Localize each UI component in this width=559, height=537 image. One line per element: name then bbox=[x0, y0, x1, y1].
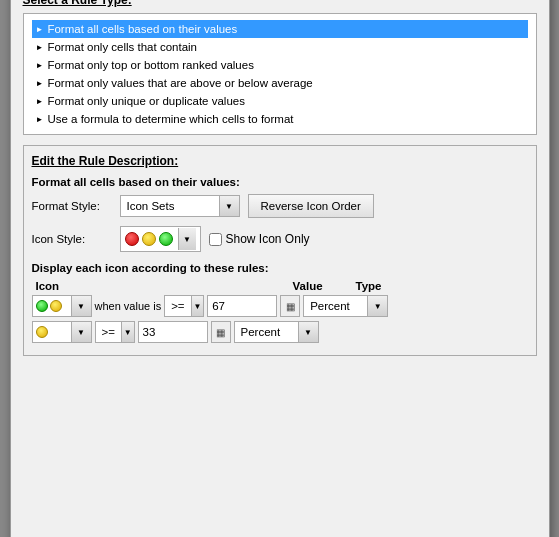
row1-icon bbox=[36, 326, 48, 338]
operator-0-arrow[interactable]: ▼ bbox=[191, 296, 204, 316]
rule-row-0: ▼ when value is >= ▼ ▦ Percent ▼ bbox=[32, 295, 528, 317]
picker-icon-0: ▦ bbox=[286, 301, 295, 312]
icon-dropdown-0-arrow[interactable]: ▼ bbox=[71, 296, 91, 316]
format-style-arrow-icon[interactable]: ▼ bbox=[219, 196, 239, 216]
picker-icon-1: ▦ bbox=[216, 327, 225, 338]
rule-item-4[interactable]: Format only unique or duplicate values bbox=[32, 92, 528, 110]
dialog-window: New Formatting Rule ? ✕ Select a Rule Ty… bbox=[10, 0, 550, 537]
format-style-row: Format Style: Icon Sets ▼ Reverse Icon O… bbox=[32, 194, 528, 218]
type-dropdown-1[interactable]: Percent ▼ bbox=[234, 321, 319, 343]
rule-type-label: Select a Rule Type: bbox=[23, 0, 537, 7]
value-col-header: Value bbox=[273, 280, 353, 292]
rule-row-1: ▼ >= ▼ ▦ Percent ▼ bbox=[32, 321, 528, 343]
format-description: Format all cells based on their values: bbox=[32, 176, 528, 188]
condition-text-0: when value is bbox=[95, 300, 162, 312]
icon-cell-1 bbox=[33, 326, 71, 338]
show-icon-only-label: Show Icon Only bbox=[226, 232, 310, 246]
edit-section-label: Edit the Rule Description: bbox=[32, 154, 528, 168]
icon-style-preview[interactable]: ▼ bbox=[120, 226, 201, 252]
value-input-0[interactable] bbox=[207, 295, 277, 317]
icon-cell-0 bbox=[33, 300, 71, 312]
operator-dropdown-1[interactable]: >= ▼ bbox=[95, 321, 135, 343]
type-0-arrow[interactable]: ▼ bbox=[367, 296, 387, 316]
yellow-circle-icon bbox=[142, 232, 156, 246]
icon-style-label: Icon Style: bbox=[32, 233, 112, 245]
icon-dropdown-1-arrow[interactable]: ▼ bbox=[71, 322, 91, 342]
type-col-header: Type bbox=[356, 280, 441, 292]
rule-item-0[interactable]: Format all cells based on their values bbox=[32, 20, 528, 38]
icon-col-header: Icon bbox=[36, 280, 172, 292]
type-1: Percent bbox=[235, 326, 298, 338]
value-picker-0[interactable]: ▦ bbox=[280, 295, 300, 317]
operator-0: >= bbox=[165, 300, 190, 312]
edit-section: Edit the Rule Description: Format all ce… bbox=[23, 145, 537, 356]
rule-item-3[interactable]: Format only values that are above or bel… bbox=[32, 74, 528, 92]
format-style-label: Format Style: bbox=[32, 200, 112, 212]
dialog-body: Select a Rule Type: Format all cells bas… bbox=[11, 0, 549, 366]
type-1-arrow[interactable]: ▼ bbox=[298, 322, 318, 342]
icon-dropdown-1[interactable]: ▼ bbox=[32, 321, 92, 343]
rule-item-2[interactable]: Format only top or bottom ranked values bbox=[32, 56, 528, 74]
show-icon-only-row: Show Icon Only bbox=[209, 232, 310, 246]
icon-style-arrow-icon[interactable]: ▼ bbox=[178, 228, 196, 250]
reverse-icon-order-button[interactable]: Reverse Icon Order bbox=[248, 194, 374, 218]
format-style-value: Icon Sets bbox=[121, 200, 219, 212]
operator-dropdown-0[interactable]: >= ▼ bbox=[164, 295, 204, 317]
rule-item-5[interactable]: Use a formula to determine which cells t… bbox=[32, 110, 528, 128]
format-style-dropdown[interactable]: Icon Sets ▼ bbox=[120, 195, 240, 217]
operator-1: >= bbox=[96, 326, 121, 338]
value-input-1[interactable] bbox=[138, 321, 208, 343]
row0-icon bbox=[36, 300, 48, 312]
rule-type-box: Format all cells based on their values F… bbox=[23, 13, 537, 135]
show-icon-only-checkbox[interactable] bbox=[209, 233, 222, 246]
operator-1-arrow[interactable]: ▼ bbox=[121, 322, 134, 342]
value-picker-1[interactable]: ▦ bbox=[211, 321, 231, 343]
green-circle-icon bbox=[159, 232, 173, 246]
type-dropdown-0[interactable]: Percent ▼ bbox=[303, 295, 388, 317]
red-circle-icon bbox=[125, 232, 139, 246]
display-rules-label: Display each icon according to these rul… bbox=[32, 262, 528, 274]
type-0: Percent bbox=[304, 300, 367, 312]
rule-item-1[interactable]: Format only cells that contain bbox=[32, 38, 528, 56]
icon-dropdown-0[interactable]: ▼ bbox=[32, 295, 92, 317]
row0-icon2 bbox=[50, 300, 62, 312]
icon-style-row: Icon Style: ▼ Show Icon Only bbox=[32, 226, 528, 252]
